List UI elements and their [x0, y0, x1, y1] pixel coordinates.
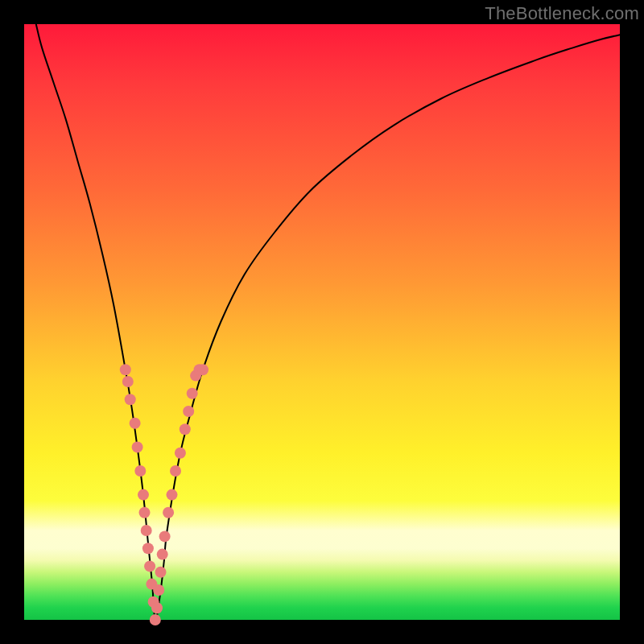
dot	[134, 465, 146, 477]
chart-frame: TheBottleneck.com	[0, 0, 644, 644]
dot	[132, 441, 143, 452]
dot	[175, 448, 186, 459]
dot	[163, 507, 174, 518]
plot-area	[24, 24, 620, 620]
dot	[183, 406, 194, 417]
dot	[122, 376, 134, 387]
dot	[170, 465, 181, 477]
watermark-text: TheBottleneck.com	[485, 3, 639, 24]
dot	[167, 489, 178, 501]
dot	[150, 614, 161, 625]
dot	[144, 560, 155, 572]
dot	[187, 388, 198, 399]
dot	[151, 602, 163, 613]
dot	[120, 364, 131, 375]
dot	[139, 507, 151, 518]
dot	[180, 423, 191, 435]
dot	[138, 489, 149, 501]
dot	[159, 530, 171, 542]
bottleneck-curve	[36, 24, 620, 620]
dot	[197, 364, 208, 375]
dot	[141, 525, 152, 536]
dot	[130, 418, 141, 429]
dot	[157, 549, 168, 560]
dot	[153, 584, 164, 596]
highlighted-dots-group	[120, 364, 208, 625]
dot	[142, 543, 154, 554]
dot	[155, 567, 167, 578]
chart-svg	[24, 24, 620, 620]
dot	[125, 394, 136, 405]
